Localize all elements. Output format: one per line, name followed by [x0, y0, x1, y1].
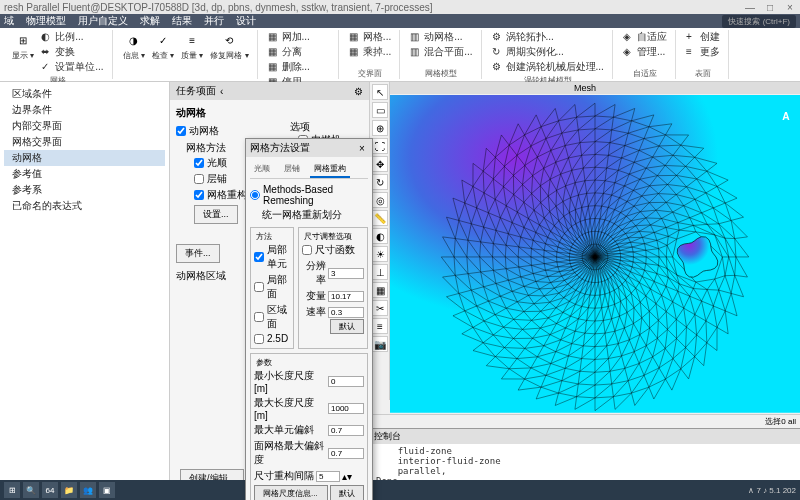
- menu-design[interactable]: 设计: [236, 14, 256, 28]
- ribbon-small[interactable]: ⬌变换: [39, 45, 105, 59]
- ribbon-质量[interactable]: ≡质量 ▾: [179, 30, 205, 62]
- ribbon-检查[interactable]: ✓检查 ▾: [150, 30, 176, 62]
- interval-input[interactable]: [316, 471, 340, 482]
- menu-results[interactable]: 结果: [172, 14, 192, 28]
- menu-parallel[interactable]: 并行: [204, 14, 224, 28]
- local-face-check[interactable]: 局部面: [254, 272, 290, 302]
- ribbon-icon: ⟲: [220, 31, 238, 49]
- methods-based-radio[interactable]: Methods-Based Remeshing: [250, 183, 368, 207]
- tree-item[interactable]: 内部交界面: [4, 118, 165, 134]
- viewport-status: 选择0 all: [370, 414, 800, 428]
- tree-item[interactable]: 参考值: [4, 166, 165, 182]
- tree-item[interactable]: 边界条件: [4, 102, 165, 118]
- tab-smooth[interactable]: 光顺: [250, 161, 274, 178]
- tab-layer[interactable]: 层铺: [280, 161, 304, 178]
- size-input[interactable]: [328, 268, 364, 279]
- ribbon-small[interactable]: ▥混合平面...: [408, 45, 474, 59]
- clip-icon[interactable]: ✂: [372, 300, 388, 316]
- menu-physics[interactable]: 物理模型: [26, 14, 66, 28]
- light-icon[interactable]: ☀: [372, 246, 388, 262]
- taskbar-icon[interactable]: 🔍: [23, 482, 39, 498]
- taskbar-icon[interactable]: 64: [42, 482, 58, 498]
- taskbar-icon[interactable]: 👥: [80, 482, 96, 498]
- twofived-check[interactable]: 2.5D: [254, 332, 290, 345]
- ribbon-small[interactable]: ⚙创建涡轮机械后处理...: [490, 60, 606, 74]
- axis-icon[interactable]: ⊥: [372, 264, 388, 280]
- menu-solve[interactable]: 求解: [140, 14, 160, 28]
- ribbon-small[interactable]: ✓设置单位...: [39, 60, 105, 74]
- ribbon-small[interactable]: ⚙涡轮拓扑...: [490, 30, 606, 44]
- tree-item[interactable]: 网格交界面: [4, 134, 165, 150]
- ribbon-icon: ◑: [125, 31, 143, 49]
- menu-domain[interactable]: 域: [4, 14, 14, 28]
- ribbon-group-title: 表面: [684, 67, 722, 79]
- ribbon-small[interactable]: +创建: [684, 30, 722, 44]
- unified-radio[interactable]: 统一网格重新划分: [250, 207, 368, 223]
- tree-item[interactable]: 动网格: [4, 150, 165, 166]
- param-input[interactable]: [328, 448, 364, 459]
- select-icon[interactable]: ▭: [372, 102, 388, 118]
- taskbar-icon[interactable]: ▣: [99, 482, 115, 498]
- size-input[interactable]: [328, 307, 364, 318]
- gear-icon[interactable]: ⚙: [354, 86, 363, 97]
- layers-icon[interactable]: ≡: [372, 318, 388, 334]
- size-func-check[interactable]: 尺寸函数: [302, 242, 364, 258]
- ribbon-small[interactable]: ▥动网格...: [408, 30, 474, 44]
- ribbon-small[interactable]: ◐比例...: [39, 30, 105, 44]
- view-icon[interactable]: ◐: [372, 228, 388, 244]
- dialog-titlebar[interactable]: 网格方法设置 ×: [246, 139, 372, 157]
- taskbar-icon[interactable]: ⊞: [4, 482, 20, 498]
- stepper-icon[interactable]: ▴▾: [342, 471, 352, 482]
- rotate-icon[interactable]: ↻: [372, 174, 388, 190]
- param-input[interactable]: [328, 403, 364, 414]
- fit-icon[interactable]: ⛶: [372, 138, 388, 154]
- taskbar-icon[interactable]: 📁: [61, 482, 77, 498]
- default-button[interactable]: 默认: [330, 319, 364, 334]
- tree-item[interactable]: 参考系: [4, 182, 165, 198]
- ribbon-small[interactable]: ▦网加...: [266, 30, 332, 44]
- ribbon-small[interactable]: ▦分离: [266, 45, 332, 59]
- back-icon[interactable]: ‹: [220, 86, 223, 97]
- default2-button[interactable]: 默认: [330, 485, 364, 500]
- ribbon-small[interactable]: ↻周期实例化...: [490, 45, 606, 59]
- ribbon-small[interactable]: ▦网格...: [347, 30, 393, 44]
- ribbon-small-icon: ▥: [410, 31, 422, 43]
- ribbon-small[interactable]: ◈管理...: [621, 45, 669, 59]
- ribbon-small[interactable]: ▦乘掉...: [347, 45, 393, 59]
- taskbar-tray[interactable]: ∧ 7 ♪ 5.1 202: [748, 486, 796, 495]
- search-box[interactable]: 快速搜索 (Ctrl+F): [722, 15, 796, 28]
- ribbon-small[interactable]: ◈自适应: [621, 30, 669, 44]
- ribbon-显示[interactable]: ⊞显示 ▾: [10, 30, 36, 62]
- camera-icon[interactable]: 📷: [372, 336, 388, 352]
- settings-button[interactable]: 设置...: [194, 205, 238, 224]
- mesh-scale-info-button[interactable]: 网格尺度信息...: [254, 485, 328, 500]
- param-input[interactable]: [328, 425, 364, 436]
- measure-icon[interactable]: 📏: [372, 210, 388, 226]
- mesh-canvas[interactable]: A: [390, 94, 800, 414]
- tree-item[interactable]: 区域条件: [4, 86, 165, 102]
- zoom-icon[interactable]: ⊕: [372, 120, 388, 136]
- grid-icon[interactable]: ▦: [372, 282, 388, 298]
- close-button[interactable]: ×: [784, 2, 796, 13]
- ribbon-small[interactable]: ▦删除...: [266, 60, 332, 74]
- app-title: resh Parallel Fluent@DESKTOP-I70588D [3d…: [4, 2, 433, 13]
- probe-icon[interactable]: ◎: [372, 192, 388, 208]
- minimize-button[interactable]: —: [744, 2, 756, 13]
- ribbon-small-icon: ⚙: [492, 61, 504, 73]
- tree-item[interactable]: 已命名的表达式: [4, 198, 165, 214]
- tab-remesh[interactable]: 网格重构: [310, 161, 350, 178]
- outline-header-label: 任务项面: [176, 84, 216, 98]
- size-input[interactable]: [328, 291, 364, 302]
- param-input[interactable]: [328, 376, 364, 387]
- local-cell-check[interactable]: 局部单元: [254, 242, 290, 272]
- events-button[interactable]: 事件...: [176, 244, 220, 263]
- ribbon-修复网格[interactable]: ⟲修复网格 ▾: [208, 30, 250, 62]
- pointer-icon[interactable]: ↖: [372, 84, 388, 100]
- dialog-close-icon[interactable]: ×: [356, 143, 368, 154]
- menu-userdef[interactable]: 用户自定义: [78, 14, 128, 28]
- ribbon-信息[interactable]: ◑信息 ▾: [121, 30, 147, 62]
- pan-icon[interactable]: ✥: [372, 156, 388, 172]
- maximize-button[interactable]: □: [764, 2, 776, 13]
- ribbon-small[interactable]: ≡更多: [684, 45, 722, 59]
- region-face-check[interactable]: 区域面: [254, 302, 290, 332]
